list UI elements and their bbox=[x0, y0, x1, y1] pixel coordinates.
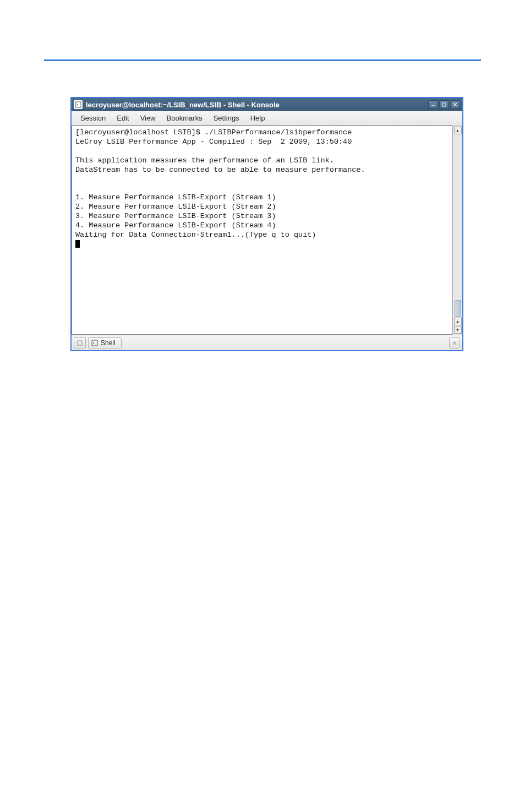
tab-close-button[interactable] bbox=[449, 337, 460, 348]
terminal-line: DataStream has to be connected to be abl… bbox=[75, 166, 365, 174]
terminal-cursor bbox=[75, 240, 80, 248]
terminal-line: Waiting for Data Connection-Stream1...(T… bbox=[75, 231, 316, 239]
konsole-window: lecroyuser@localhost:~/LSIB_new/LSIB - S… bbox=[70, 97, 463, 351]
maximize-button[interactable] bbox=[439, 100, 449, 109]
terminal-line: 2. Measure Performance LSIB-Export (Stre… bbox=[75, 203, 276, 211]
svg-rect-2 bbox=[442, 103, 446, 106]
menu-view[interactable]: View bbox=[135, 113, 161, 123]
tabs-left: Shell bbox=[74, 337, 122, 348]
terminal-icon bbox=[74, 100, 83, 109]
svg-rect-6 bbox=[92, 340, 97, 346]
scroll-up-icon[interactable]: ▲ bbox=[454, 127, 462, 134]
menu-session[interactable]: Session bbox=[75, 113, 111, 123]
terminal-line: 3. Measure Performance LSIB-Export (Stre… bbox=[75, 212, 276, 220]
new-tab-button[interactable] bbox=[74, 337, 86, 348]
svg-rect-5 bbox=[78, 341, 82, 345]
titlebar-left: lecroyuser@localhost:~/LSIB_new/LSIB - S… bbox=[74, 100, 280, 109]
vertical-scrollbar[interactable]: ▲ ▲ ▼ bbox=[452, 126, 462, 335]
menu-bookmarks[interactable]: Bookmarks bbox=[161, 113, 208, 123]
menubar: Session Edit View Bookmarks Settings Hel… bbox=[72, 111, 462, 126]
close-button[interactable] bbox=[450, 100, 460, 109]
menu-settings[interactable]: Settings bbox=[208, 113, 245, 123]
window-controls bbox=[428, 100, 460, 109]
scroll-track[interactable] bbox=[453, 134, 462, 318]
terminal-container: [lecroyuser@localhost LSIB]$ ./LSIBPerfo… bbox=[72, 126, 462, 335]
terminal-line: 4. Measure Performance LSIB-Export (Stre… bbox=[75, 221, 276, 230]
terminal-line: This application measures the performanc… bbox=[75, 156, 334, 165]
scroll-down-icon[interactable]: ▼ bbox=[454, 326, 462, 334]
minimize-button[interactable] bbox=[428, 100, 438, 109]
terminal-line: [lecroyuser@localhost LSIB]$ ./LSIBPerfo… bbox=[75, 128, 352, 137]
terminal-line: 1. Measure Performance LSIB-Export (Stre… bbox=[75, 193, 276, 201]
tab-bar: Shell bbox=[72, 335, 462, 350]
window-title: lecroyuser@localhost:~/LSIB_new/LSIB - S… bbox=[86, 101, 280, 109]
shell-tab-label: Shell bbox=[101, 339, 116, 347]
scroll-up2-icon[interactable]: ▲ bbox=[454, 318, 462, 325]
shell-tab-icon bbox=[91, 339, 99, 347]
page-divider bbox=[44, 59, 481, 61]
terminal-output[interactable]: [lecroyuser@localhost LSIB]$ ./LSIBPerfo… bbox=[72, 126, 452, 335]
menu-help[interactable]: Help bbox=[245, 113, 271, 123]
menu-edit[interactable]: Edit bbox=[111, 113, 134, 123]
terminal-line: LeCroy LSIB Performance App - Compiled :… bbox=[75, 138, 352, 146]
window-titlebar[interactable]: lecroyuser@localhost:~/LSIB_new/LSIB - S… bbox=[72, 98, 462, 111]
shell-tab[interactable]: Shell bbox=[88, 337, 122, 348]
svg-rect-0 bbox=[75, 102, 81, 107]
scroll-thumb[interactable] bbox=[455, 300, 461, 317]
